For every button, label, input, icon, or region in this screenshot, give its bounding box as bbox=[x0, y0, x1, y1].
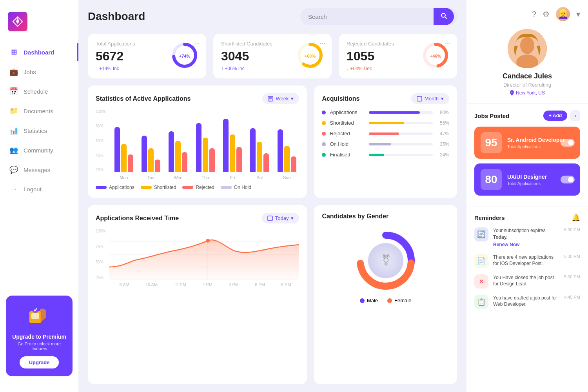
received-time-header: Applications Received Time Today ▾ bbox=[96, 213, 299, 223]
gender-donut-svg: ⚧ bbox=[354, 229, 417, 292]
sidebar-item-documents[interactable]: 📁 Documents bbox=[0, 102, 78, 120]
gender-legend: Male Female bbox=[360, 298, 412, 303]
reminders-header: Reminders 🔔 bbox=[474, 213, 580, 222]
bar-group-sun: Sun bbox=[274, 129, 299, 180]
total-apps-donut-label: +74% bbox=[179, 54, 190, 58]
sidebar-item-statistics[interactable]: 📊 Statistics bbox=[0, 122, 78, 140]
main-header: Dashboard bbox=[88, 8, 457, 25]
dashboard-icon: ⊞ bbox=[9, 48, 18, 56]
acq-label-3: On Hold bbox=[330, 141, 365, 147]
reminder-link-renew[interactable]: Renew Now bbox=[493, 242, 519, 247]
reminder-content-1: There are 4 new applications for IOS Dev… bbox=[493, 254, 559, 267]
chevron-down-icon[interactable]: ▾ bbox=[576, 9, 580, 19]
received-time-title: Applications Received Time bbox=[96, 215, 179, 222]
reminder-text-2: You Have closed the job post for Design … bbox=[493, 274, 559, 288]
community-icon: 👥 bbox=[9, 146, 18, 154]
job-card-uxui: 80 UX/UI Designer Total Applications bbox=[474, 163, 580, 196]
reminder-item-2: ✕ You Have closed the job post for Desig… bbox=[474, 274, 580, 289]
sidebar-item-community[interactable]: 👥 Community bbox=[0, 141, 78, 159]
acq-header: Acquisitions Month ▾ bbox=[322, 93, 449, 104]
sidebar-item-messages[interactable]: 💬 Messages bbox=[0, 161, 78, 179]
upgrade-button[interactable]: Upgrade bbox=[20, 356, 59, 368]
upgrade-subtitle: Go Pro to unlock more features bbox=[12, 341, 67, 351]
active-apps-header: Statistics of Active Applications Week ▾ bbox=[96, 93, 299, 104]
job-uxui-num: 80 bbox=[481, 169, 502, 190]
bar-yellow-mon bbox=[121, 144, 127, 172]
acq-item-applications: Applications 80% bbox=[322, 109, 449, 115]
profile-title: Director of Recruiting bbox=[503, 82, 551, 88]
sidebar-item-schedule[interactable]: 📅 Schedule bbox=[0, 82, 78, 100]
sidebar-label-dashboard: Dashboard bbox=[24, 49, 54, 56]
legend-rejected: Rejected bbox=[182, 185, 214, 190]
rejected-change-text: +04% Dec bbox=[350, 66, 372, 71]
sidebar-label-documents: Documents bbox=[24, 108, 53, 114]
reminder-time-2: 5:00 PM bbox=[564, 274, 580, 279]
legend-shortlisted-label: Shortlisted bbox=[154, 185, 176, 190]
sidebar-item-jobs[interactable]: 💼 Jobs bbox=[0, 63, 78, 81]
bar-purple-sun bbox=[278, 129, 283, 172]
right-panel: ? ⚙ 👱‍♀️ ▾ Candace Jules Director of Rec… bbox=[466, 0, 588, 392]
acquisitions-card: Acquisitions Month ▾ Applications 80% Sh… bbox=[314, 85, 457, 198]
bar-chart-wrap: 100%80%60%40%20% MonTueWedThuFriSatSun bbox=[96, 109, 299, 180]
acq-bar-fill-2 bbox=[369, 132, 399, 135]
jobs-section: Jobs Posted + Add › 95 Sr. Android Devel… bbox=[466, 104, 588, 207]
stat-card-total-apps: ··· Total Applications 5672 ↑ +14% Inc +… bbox=[88, 34, 206, 78]
reminder-time-1: 5:30 PM bbox=[564, 254, 580, 259]
acq-pct-2: 47% bbox=[437, 131, 449, 136]
sidebar-label-statistics: Statistics bbox=[24, 127, 47, 134]
bar-red-sun bbox=[291, 156, 296, 172]
page-title: Dashboard bbox=[88, 10, 145, 23]
svg-point-30 bbox=[520, 37, 534, 54]
acq-filter[interactable]: Month ▾ bbox=[411, 93, 449, 104]
bell-icon[interactable]: 🔔 bbox=[572, 213, 580, 222]
bar-yellow-fri bbox=[230, 134, 235, 172]
gender-card: Candidates by Gender bbox=[314, 205, 457, 384]
bar-purple-sat bbox=[250, 128, 256, 172]
acq-label-0: Applications bbox=[330, 109, 365, 115]
reminder-content-3: You have drafted a job post for Web Deve… bbox=[493, 295, 559, 308]
upgrade-promo: Upgrade to Premium Go Pro to unlock more… bbox=[6, 296, 73, 376]
sidebar-item-dashboard[interactable]: ⊞ Dashboard bbox=[0, 43, 78, 61]
svg-rect-17 bbox=[268, 216, 272, 221]
acq-dot-0 bbox=[322, 111, 326, 114]
job-uxui-toggle[interactable] bbox=[561, 176, 575, 183]
job-android-sub: Total Applications bbox=[507, 144, 565, 149]
settings-icon[interactable]: ⚙ bbox=[543, 9, 550, 19]
acq-pct-1: 55% bbox=[437, 120, 449, 126]
acq-item-on-hold: On Hold 35% bbox=[322, 141, 449, 147]
active-apps-filter[interactable]: Week ▾ bbox=[262, 93, 299, 104]
active-apps-chart: Statistics of Active Applications Week ▾… bbox=[88, 85, 307, 198]
acq-chevron-icon: ▾ bbox=[441, 96, 444, 102]
legend-shortlisted: Shortlisted bbox=[141, 185, 176, 190]
svg-text:⚧: ⚧ bbox=[381, 254, 390, 266]
reminders-title: Reminders bbox=[474, 214, 505, 221]
sidebar-label-jobs: Jobs bbox=[24, 69, 36, 75]
jobs-next-button[interactable]: › bbox=[570, 110, 580, 121]
sidebar-label-community: Community bbox=[24, 147, 53, 154]
bar-group-sat: Sat bbox=[247, 128, 272, 180]
job-android-toggle[interactable] bbox=[561, 139, 575, 147]
profile-location: New York, US bbox=[510, 90, 545, 96]
received-time-filter[interactable]: Today ▾ bbox=[262, 213, 299, 223]
acq-item-finalised: Finalised 24% bbox=[322, 152, 449, 158]
gender-title: Candidates by Gender bbox=[322, 213, 388, 220]
header-avatar[interactable]: 👱‍♀️ bbox=[556, 7, 570, 21]
female-label: Female bbox=[394, 298, 411, 303]
total-apps-change-text: +14% Inc bbox=[99, 66, 119, 71]
reminder-icon-renew: 🔄 bbox=[474, 227, 488, 241]
shortlisted-change-text: +06% Inc bbox=[225, 66, 244, 71]
total-apps-donut: +74% bbox=[171, 42, 198, 71]
add-job-button[interactable]: + Add bbox=[543, 111, 567, 121]
bar-label-wed: Wed bbox=[174, 175, 182, 180]
bar-group-fri: Fri bbox=[220, 119, 245, 180]
search-button[interactable] bbox=[434, 8, 454, 25]
shortlisted-donut-label: +60% bbox=[305, 54, 316, 58]
arrow-up-icon: ↑ bbox=[96, 66, 98, 71]
sidebar-item-logout[interactable]: → Logout bbox=[0, 180, 78, 198]
acq-bar-fill-1 bbox=[369, 122, 404, 124]
search-input[interactable] bbox=[300, 9, 434, 25]
help-icon[interactable]: ? bbox=[532, 10, 536, 19]
jobs-title: Jobs Posted bbox=[474, 113, 509, 119]
acq-dot-4 bbox=[322, 153, 326, 157]
chart-legend: Applications Shortlisted Rejected On Hol… bbox=[96, 185, 299, 190]
